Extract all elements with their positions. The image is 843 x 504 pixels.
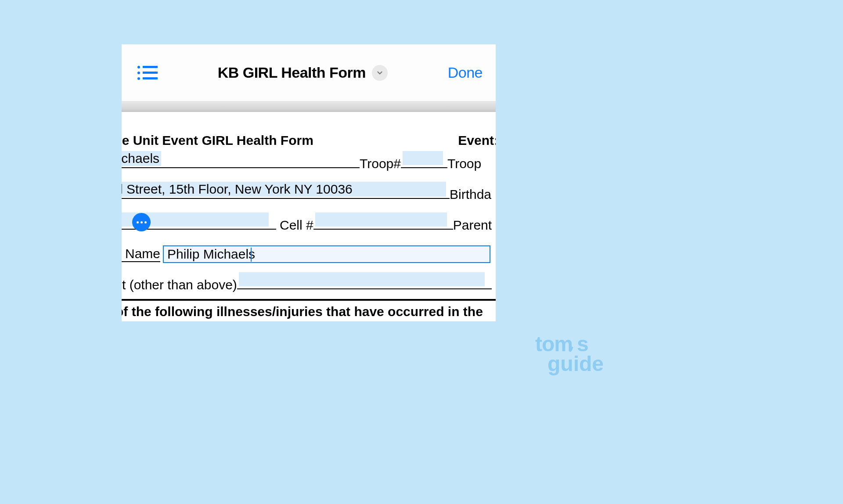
girl-name-field[interactable]: lichaels bbox=[122, 152, 360, 168]
illness-instruction-partial: of the following illnesses/injuries that… bbox=[122, 304, 496, 321]
contact-field[interactable] bbox=[237, 274, 492, 289]
contact-label-partial: ct (other than above) bbox=[122, 277, 237, 292]
form-header: ce Unit Event GIRL Health Form Event: bbox=[122, 133, 496, 148]
watermark-line2: guide bbox=[548, 354, 604, 374]
toolbar: KB GIRL Health Form Done bbox=[122, 44, 496, 101]
event-label: Event: bbox=[458, 133, 496, 148]
troop-label-partial: Troop bbox=[447, 156, 481, 171]
list-icon[interactable] bbox=[137, 66, 158, 80]
title-group: KB GIRL Health Form bbox=[158, 64, 448, 81]
page-canvas: KB GIRL Health Form Done ce Unit Event G… bbox=[0, 0, 617, 385]
done-button[interactable]: Done bbox=[448, 64, 483, 81]
pdf-viewer-window: KB GIRL Health Form Done ce Unit Event G… bbox=[122, 44, 496, 321]
birthday-label-partial: Birthda bbox=[450, 187, 491, 202]
parent-name-input[interactable]: Philip Michaels bbox=[163, 245, 490, 263]
form-row-parent-name: Name Philip Michaels bbox=[122, 245, 496, 263]
troop-number-field[interactable] bbox=[401, 152, 447, 168]
more-options-icon[interactable] bbox=[132, 213, 151, 231]
watermark-logo: tom,s guide bbox=[535, 334, 604, 374]
document-title: KB GIRL Health Form bbox=[218, 64, 366, 81]
parent-label-partial: Parent bbox=[453, 218, 492, 233]
form-row-name-troop: lichaels Troop# Troop bbox=[122, 152, 496, 173]
form-row-emergency-contact: ct (other than above) bbox=[122, 274, 496, 295]
form-row-phone: Cell # Parent bbox=[122, 214, 496, 235]
form-row-address: d Street, 15th Floor, New York NY 10036 … bbox=[122, 183, 496, 204]
cell-label: Cell # bbox=[280, 218, 313, 233]
chevron-down-icon[interactable] bbox=[372, 65, 388, 81]
section-divider bbox=[122, 299, 496, 301]
parent-name-value: Philip Michaels bbox=[167, 247, 255, 262]
form-title-partial: ce Unit Event GIRL Health Form bbox=[122, 133, 313, 148]
toolbar-shadow bbox=[122, 101, 496, 112]
address-field[interactable]: d Street, 15th Floor, New York NY 10036 bbox=[122, 183, 450, 199]
name-label: Name bbox=[122, 246, 160, 262]
cell-field[interactable] bbox=[313, 214, 453, 230]
troop-number-label: Troop# bbox=[360, 156, 401, 171]
address-value: d Street, 15th Floor, New York NY 10036 bbox=[122, 182, 446, 197]
girl-name-value: lichaels bbox=[122, 151, 161, 166]
document-body: ce Unit Event GIRL Health Form Event: li… bbox=[122, 112, 496, 321]
